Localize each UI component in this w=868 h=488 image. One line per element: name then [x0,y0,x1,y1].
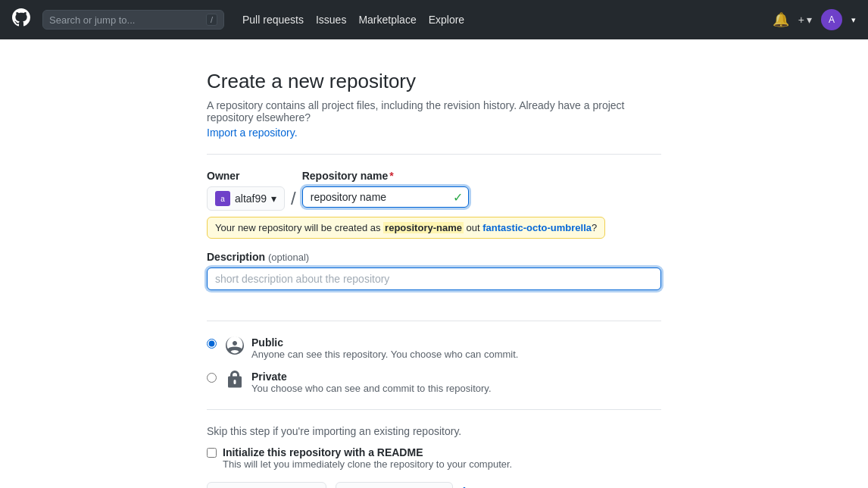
main-content: Create a new repository A repository con… [0,39,868,488]
public-text: Public Anyone can see this repository. Y… [251,336,518,360]
private-desc: You choose who can see and commit to thi… [251,383,492,394]
divider-init [207,409,661,410]
github-logo-icon[interactable] [12,8,30,31]
required-marker: * [389,170,393,182]
repo-name-input[interactable] [302,186,469,208]
owner-avatar: a [215,191,230,206]
init-desc: This will let you immediately clone the … [223,458,512,470]
private-icon [226,371,244,393]
skip-step-text: Skip this step if you're importing an ex… [207,425,661,437]
repo-name-wrapper: ✓ [302,186,469,208]
tooltip-suggestion-link[interactable]: fantastic-octo-umbrella [482,222,592,233]
form-container: Create a new repository A repository con… [207,70,661,488]
visibility-group: Public Anyone can see this repository. Y… [207,336,661,394]
divider-top [207,154,661,155]
tooltip-prefix: Your new repository will be created as [215,222,383,233]
init-text: Initialize this repository with a README… [223,446,512,470]
owner-select[interactable]: a altaf99 ▾ [207,186,285,211]
new-menu-button[interactable]: + ▾ [798,14,812,26]
public-icon [226,336,244,358]
plus-label: + [798,14,804,26]
public-title: Public [251,336,518,349]
public-radio[interactable] [207,339,217,349]
tooltip-suffix: out [464,222,482,233]
owner-label: Owner [207,170,285,182]
init-readme-row: Initialize this repository with a README… [207,446,661,470]
license-dropdown[interactable]: Add a license: None ▾ [336,482,453,488]
public-desc: Anyone can see this repository. You choo… [251,349,518,360]
path-separator: / [291,170,296,208]
tooltip-question: ? [592,222,597,233]
header: / Pull requests Issues Marketplace Explo… [0,0,868,39]
desc-optional-label: (optional) [268,252,309,263]
private-radio[interactable] [207,373,217,383]
nav-explore[interactable]: Explore [429,14,464,26]
private-option: Private You choose who can see and commi… [207,371,661,394]
tooltip-reponame: repository-name [383,222,464,233]
check-icon: ✓ [453,190,463,205]
repo-name-label: Repository name* [302,170,469,182]
owner-chevron-icon: ▾ [271,192,276,205]
notifications-icon[interactable]: 🔔 [773,11,789,28]
import-repository-link[interactable]: Import a repository. [207,127,298,139]
public-option: Public Anyone can see this repository. Y… [207,336,661,360]
gitignore-dropdown[interactable]: Add .gitignore: None ▾ [207,482,326,488]
private-text: Private You choose who can see and commi… [251,371,492,394]
nav-marketplace[interactable]: Marketplace [358,14,416,26]
header-right: 🔔 + ▾ A ▾ [773,9,856,30]
info-icon[interactable]: ℹ [462,485,467,488]
init-title: Initialize this repository with a README [223,446,512,458]
dropdowns-row: Add .gitignore: None ▾ Add a license: No… [207,482,661,488]
nav-issues[interactable]: Issues [316,14,346,26]
header-nav: Pull requests Issues Marketplace Explore [242,14,464,26]
avatar[interactable]: A [821,9,842,30]
description-input[interactable] [207,267,661,290]
search-input[interactable] [49,14,200,26]
private-title: Private [251,371,492,383]
page-description: A repository contains all project files,… [207,99,661,124]
owner-name: altaf99 [235,192,267,205]
plus-chevron-icon: ▾ [807,14,812,26]
owner-field-group: Owner a altaf99 ▾ [207,170,285,211]
init-readme-checkbox[interactable] [207,448,217,458]
nav-pull-requests[interactable]: Pull requests [242,14,304,26]
repo-name-field-group: Repository name* ✓ [302,170,469,208]
description-label: Description (optional) [207,251,661,263]
owner-repo-row: Owner a altaf99 ▾ / Repository name* ✓ [207,170,661,211]
search-box[interactable]: / [42,10,224,30]
divider-visibility [207,321,661,321]
page-title: Create a new repository [207,70,661,93]
repo-name-tooltip: Your new repository will be created as r… [207,217,605,239]
search-kbd: / [206,14,217,26]
avatar-chevron-icon: ▾ [851,15,856,25]
